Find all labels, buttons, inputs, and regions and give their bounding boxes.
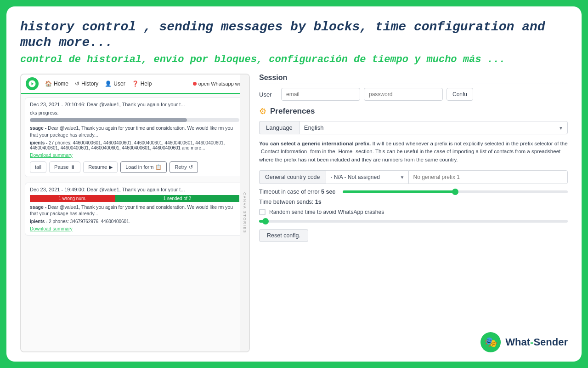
prefix-info-bold: You can select a generic international p… (259, 141, 371, 146)
action-buttons-1: tail Pause ⏸ Resume ▶ Load in form 📋 (30, 161, 239, 173)
country-code-select[interactable]: - N/A - Not assigned (326, 170, 408, 184)
progress-bar (30, 118, 239, 122)
resume-icon: ▶ (109, 164, 113, 170)
download-link-2[interactable]: Download summary (30, 226, 239, 231)
msg-1-header: Dec 23, 2021 - 20:10:46: Dear @value1, T… (30, 102, 239, 107)
timeout-label: Timeout in case of error 5 sec (259, 189, 335, 195)
config-button[interactable]: Confu (447, 88, 473, 101)
status-sent: 1 sended of 2 (115, 195, 239, 202)
msg-2-body: Dear @value1, Thank you again for your t… (30, 204, 233, 217)
title-english: history control , sending messages by bl… (20, 19, 568, 50)
pause-icon: ⏸ (70, 164, 75, 170)
home-icon: 🏠 (45, 80, 52, 87)
msg-1-text: ssage - Dear @value1, Thank you again fo… (30, 125, 239, 138)
timeout-slider-fill (343, 190, 455, 193)
load-form-button[interactable]: Load in form 📋 (120, 161, 167, 173)
email-input[interactable] (281, 88, 360, 101)
nav-user[interactable]: 👤 User (105, 80, 125, 87)
timeout-slider[interactable] (343, 190, 568, 193)
user-label: User (259, 91, 277, 98)
nav-whatsapp[interactable]: open Whatsapp web (193, 81, 244, 86)
download-prefix: D (30, 152, 34, 158)
password-input[interactable] (364, 88, 443, 101)
canva-stories-label: CANVA STORIES (243, 192, 247, 234)
brand-dash: - (530, 336, 533, 348)
language-select[interactable]: English (299, 121, 568, 134)
resume-button[interactable]: Resume ▶ (83, 161, 118, 173)
language-label: Language (259, 121, 299, 134)
preferences-title: Preferences (270, 107, 315, 116)
msg-label: ssage - (30, 125, 48, 131)
whatsender-icon: 🎭 (481, 332, 501, 352)
retry-button[interactable]: Retry ↺ (170, 161, 198, 173)
progress-bar-fill (30, 118, 187, 122)
time-between-label: Time between sends: 1s (259, 199, 322, 205)
recipients-label: ipients - (30, 140, 49, 145)
tail-button[interactable]: tail (30, 161, 46, 173)
reset-config-button[interactable]: Reset config. (259, 229, 308, 242)
message-block-1: Dec 23, 2021 - 20:10:46: Dear @value1, T… (25, 98, 244, 177)
nav-history[interactable]: ↺ History (75, 80, 98, 87)
language-select-wrap: English (299, 121, 568, 134)
time-between-slider[interactable] (259, 220, 568, 223)
app-nav: 🏠 Home ↺ History 👤 User ❓ Help open (21, 75, 249, 94)
msg-1-recipients: ipients - 27 phones: 44600400601, 446004… (30, 140, 239, 150)
prefix-info: You can select a generic international p… (259, 139, 568, 165)
language-row: Language English (259, 121, 568, 134)
country-code-label: General country code (259, 170, 326, 184)
random-checkbox[interactable] (259, 209, 266, 215)
canva-stories-sidebar: CANVA STORIES (240, 75, 249, 351)
msg-2-header: Dec 23, 2021 - 19:49:00: Dear @value1, T… (30, 187, 239, 192)
no-prefix-input[interactable] (408, 170, 568, 184)
country-code-row: General country code - N/A - Not assigne… (259, 170, 568, 184)
random-label: Random send time to avoid WhatsApp crash… (269, 209, 384, 215)
user-icon: 👤 (105, 80, 112, 87)
time-between-thumb[interactable] (262, 218, 269, 224)
status-wrong: 1 wrong num. (30, 195, 115, 202)
download-link-1[interactable]: Download summary (30, 152, 239, 158)
nav-help[interactable]: ❓ Help (132, 80, 152, 87)
download-prefix-2: D (30, 226, 34, 231)
app-logo (26, 77, 39, 90)
timeout-row: Timeout in case of error 5 sec (259, 189, 568, 195)
session-title: Session (259, 74, 568, 84)
history-icon: ↺ (75, 80, 79, 87)
gear-icon: ⚙ (259, 106, 266, 116)
pause-button[interactable]: Pause ⏸ (49, 161, 80, 173)
messages-area: Dec 23, 2021 - 20:10:46: Dear @value1, T… (21, 94, 249, 351)
wa-status-dot (193, 82, 197, 86)
brand-emoji: 🎭 (485, 336, 497, 348)
brand-name: What-Sender (505, 336, 568, 348)
time-between-value: 1s (315, 199, 322, 205)
msg-2-label: ssage - (30, 204, 48, 210)
country-code-select-wrap: - N/A - Not assigned (326, 170, 408, 184)
msg-1-body: Dear @value1, Thank you again for your t… (30, 125, 233, 138)
left-panel: 🏠 Home ↺ History 👤 User ❓ Help open (20, 74, 250, 352)
preferences-header: ⚙ Preferences (259, 106, 568, 116)
message-block-2: Dec 23, 2021 - 19:49:00: Dear @value1, T… (25, 183, 244, 236)
recipients-text: 27 phones: 44600400601, 44600400601, 446… (30, 140, 225, 150)
session-section: Session User Confu (259, 74, 568, 101)
main-card: history control , sending messages by bl… (6, 6, 582, 362)
msg-2-recipients: ipients - 2 phones: 34679762976, 4460040… (30, 219, 239, 224)
preferences-section: ⚙ Preferences Language English You can s… (259, 106, 568, 242)
title-spanish: control de historial, envio por bloques,… (20, 54, 568, 65)
load-icon: 📋 (155, 164, 162, 170)
session-row: User Confu (259, 88, 568, 101)
time-between-row: Time between sends: 1s (259, 199, 568, 205)
logo-icon (28, 80, 36, 88)
whatsender-logo: 🎭 What-Sender (481, 332, 568, 352)
recipients-label-2: ipients - (30, 219, 49, 224)
help-icon: ❓ (132, 80, 139, 87)
recipients-text-2: 2 phones: 34679762976, 44600400601. (49, 219, 130, 224)
status-bar: 1 wrong num. 1 sended of 2 (30, 195, 239, 202)
random-row: Random send time to avoid WhatsApp crash… (259, 209, 568, 215)
timeout-slider-thumb[interactable] (452, 189, 458, 195)
timeout-value: 5 sec (321, 189, 335, 195)
footer: 🎭 What-Sender (259, 332, 568, 352)
right-panel: Session User Confu ⚙ Preferences Languag… (259, 74, 568, 352)
retry-icon: ↺ (189, 164, 193, 170)
progress-label: cks progress: (30, 110, 239, 115)
nav-home[interactable]: 🏠 Home (45, 80, 68, 87)
msg-2-text: ssage - Dear @value1, Thank you again fo… (30, 204, 239, 217)
